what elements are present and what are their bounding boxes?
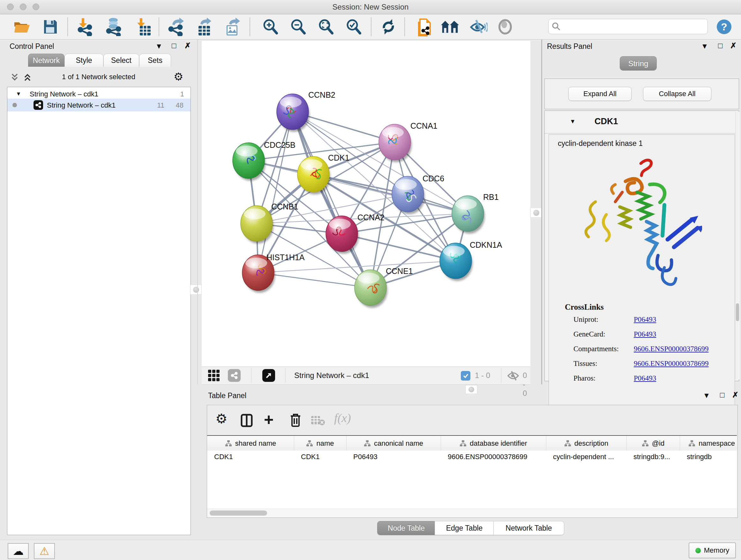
birdseye-grid-icon[interactable] bbox=[208, 370, 220, 382]
tab-string[interactable]: String bbox=[620, 56, 657, 71]
string-import-icon[interactable] bbox=[415, 17, 433, 37]
network-node-CCNA1[interactable] bbox=[379, 124, 412, 162]
tab-edge-table[interactable]: Edge Table bbox=[434, 521, 494, 535]
column-header-namespace[interactable]: namespace bbox=[680, 436, 737, 451]
show-enhanced-labels-icon[interactable] bbox=[496, 17, 515, 37]
table-panel-float-icon[interactable]: □ bbox=[720, 390, 725, 399]
export-image-icon[interactable] bbox=[223, 17, 242, 37]
network-node-CCNE1[interactable] bbox=[354, 270, 387, 308]
network-row-selected[interactable]: String Network – cdk1 11 48 bbox=[7, 99, 191, 111]
network-node-CDC25B[interactable] bbox=[232, 143, 266, 181]
memory-button[interactable]: Memory bbox=[689, 543, 736, 558]
network-node-CDC6[interactable] bbox=[392, 176, 425, 214]
delete-column-icon[interactable] bbox=[289, 413, 301, 428]
table-cell[interactable]: CDK1 bbox=[214, 453, 293, 461]
network-options-gear-icon[interactable]: ⚙ bbox=[174, 70, 183, 83]
network-node-CDK1[interactable] bbox=[297, 157, 330, 194]
toolbar-separator bbox=[158, 17, 159, 36]
table-hscrollbar-thumb[interactable] bbox=[210, 510, 267, 516]
network-canvas[interactable]: CCNB2CCNA1CDC25BCDK1CDC6RB1CCNB1CCNA2CDK… bbox=[202, 41, 530, 367]
table-hscrollbar[interactable] bbox=[207, 509, 737, 517]
network-node-CCNB1[interactable] bbox=[241, 206, 273, 244]
tab-sets[interactable]: Sets bbox=[139, 54, 171, 67]
table-cell[interactable]: stringdb bbox=[687, 453, 737, 461]
glass-ball-effect-icon[interactable] bbox=[469, 17, 488, 37]
save-session-icon[interactable] bbox=[41, 17, 59, 37]
table-panel-close-icon[interactable]: ✗ bbox=[732, 390, 738, 399]
houses-icon[interactable] bbox=[441, 17, 460, 37]
table-header-row: shared namenamecanonical namedatabase id… bbox=[207, 435, 737, 451]
import-network-file-icon[interactable] bbox=[76, 17, 94, 37]
right-splitter-handle[interactable] bbox=[530, 207, 542, 218]
selected-checkbox-icon[interactable] bbox=[461, 371, 470, 381]
table-cell[interactable]: 9606.ENSP00000378699 bbox=[448, 453, 545, 461]
network-node-CDKN1A[interactable] bbox=[440, 243, 473, 281]
column-header-database-identifier[interactable]: database identifier bbox=[441, 436, 546, 451]
crosslink-link[interactable]: P06493 bbox=[634, 315, 656, 324]
zoom-out-icon[interactable] bbox=[289, 17, 307, 37]
column-header-name[interactable]: name bbox=[294, 436, 347, 451]
column-header--id[interactable]: @id bbox=[626, 436, 680, 451]
table-settings-gear-icon[interactable]: ⚙ bbox=[215, 412, 227, 426]
crosslink-label: GeneCard: bbox=[574, 330, 605, 338]
tab-style[interactable]: Style bbox=[64, 54, 104, 67]
left-splitter-handle[interactable] bbox=[190, 285, 202, 295]
control-panel-close-icon[interactable]: ✗ bbox=[185, 41, 191, 50]
share-view-icon[interactable] bbox=[228, 369, 241, 382]
refresh-layout-icon[interactable] bbox=[379, 17, 398, 37]
network-edge-count: 48 bbox=[176, 101, 184, 110]
search-input[interactable] bbox=[562, 20, 704, 32]
tab-network[interactable]: Network bbox=[28, 54, 64, 67]
table-cell[interactable]: CDK1 bbox=[301, 453, 345, 461]
network-node-CCNA2[interactable] bbox=[326, 216, 359, 254]
current-network-dot-icon bbox=[12, 103, 17, 107]
zoom-in-icon[interactable] bbox=[261, 17, 280, 37]
collapse-all-button[interactable]: Collapse All bbox=[643, 87, 711, 101]
control-panel-float-icon[interactable]: □ bbox=[172, 41, 177, 50]
collection-caret-icon[interactable]: ▾ bbox=[17, 90, 20, 98]
open-session-icon[interactable] bbox=[13, 17, 31, 37]
table-row[interactable]: CDK1CDK1P064939606.ENSP00000378699cyclin… bbox=[207, 450, 737, 463]
export-table-icon[interactable] bbox=[195, 17, 214, 37]
crosslink-link[interactable]: P06493 bbox=[634, 330, 656, 338]
control-panel-menu-icon[interactable]: ▾ bbox=[157, 42, 161, 51]
import-network-database-icon[interactable] bbox=[105, 17, 123, 37]
import-table-icon[interactable] bbox=[134, 17, 152, 37]
results-panel-close-icon[interactable]: ✗ bbox=[730, 41, 737, 50]
node-label-HIST1H1A: HIST1H1A bbox=[266, 253, 305, 262]
results-panel-float-icon[interactable]: □ bbox=[718, 41, 723, 50]
warnings-button[interactable]: ⚠ bbox=[34, 543, 55, 559]
help-icon[interactable]: ? bbox=[713, 17, 735, 37]
add-column-icon[interactable]: + bbox=[264, 412, 273, 427]
tab-network-table[interactable]: Network Table bbox=[493, 521, 564, 535]
column-header-shared-name[interactable]: shared name bbox=[207, 436, 294, 451]
export-network-icon[interactable] bbox=[167, 17, 186, 37]
table-cell[interactable]: stringdb:9... bbox=[633, 453, 678, 461]
results-scrollbar-thumb[interactable] bbox=[736, 303, 739, 321]
open-in-window-icon[interactable] bbox=[262, 369, 275, 382]
results-panel-menu-icon[interactable]: ▾ bbox=[703, 42, 706, 51]
crosslink-link[interactable]: 9606.ENSP00000378699 bbox=[634, 345, 709, 353]
network-node-RB1[interactable] bbox=[452, 196, 485, 234]
table-cell[interactable]: cyclin-dependent ... bbox=[553, 453, 625, 461]
column-type-icon bbox=[306, 440, 313, 447]
crosslink-link[interactable]: P06493 bbox=[634, 374, 656, 382]
column-header-canonical-name[interactable]: canonical name bbox=[346, 436, 441, 451]
network-node-CCNB2[interactable] bbox=[277, 94, 310, 132]
table-cell[interactable]: P06493 bbox=[353, 453, 440, 461]
crosslink-link[interactable]: 9606.ENSP00000378699 bbox=[634, 360, 709, 368]
results-scrollbar[interactable] bbox=[735, 112, 740, 379]
table-panel-menu-icon[interactable]: ▾ bbox=[704, 391, 709, 400]
gene-caret-icon[interactable]: ▾ bbox=[571, 117, 575, 125]
zoom-selected-icon[interactable] bbox=[344, 17, 363, 37]
tab-node-table[interactable]: Node Table bbox=[377, 521, 435, 535]
memory-status-icon bbox=[695, 548, 701, 553]
expand-all-button[interactable]: Expand All bbox=[568, 87, 631, 101]
zoom-fit-icon[interactable] bbox=[317, 17, 335, 37]
cloud-button[interactable]: ☁ bbox=[8, 543, 29, 559]
column-header-description[interactable]: description bbox=[546, 436, 627, 451]
hidden-eye-slash-icon[interactable] bbox=[507, 371, 520, 381]
gene-section-header[interactable]: ▾ CDK1 bbox=[545, 111, 739, 133]
tab-select[interactable]: Select bbox=[104, 54, 139, 67]
column-visibility-icon[interactable] bbox=[240, 414, 253, 428]
